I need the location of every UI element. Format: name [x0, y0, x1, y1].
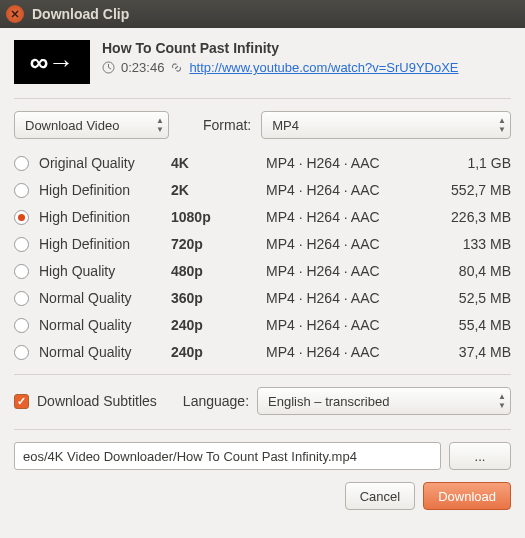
chevron-updown-icon: ▲▼ [498, 116, 506, 134]
radio-icon[interactable] [14, 183, 29, 198]
quality-size: 133 MB [431, 236, 511, 252]
quality-option[interactable]: Original Quality4KMP4 · H264 · AAC1,1 GB [14, 155, 511, 171]
quality-codec: MP4 · H264 · AAC [266, 290, 431, 306]
radio-icon[interactable] [14, 237, 29, 252]
clock-icon [102, 61, 115, 74]
quality-option[interactable]: High Definition720pMP4 · H264 · AAC133 M… [14, 236, 511, 252]
video-header: ∞→ How To Count Past Infinity 0:23:46 ht… [14, 40, 511, 84]
chevron-updown-icon: ▲▼ [156, 116, 164, 134]
quality-option[interactable]: High Definition2KMP4 · H264 · AAC552,7 M… [14, 182, 511, 198]
quality-codec: MP4 · H264 · AAC [266, 263, 431, 279]
radio-icon[interactable] [14, 210, 29, 225]
browse-button[interactable]: ... [449, 442, 511, 470]
video-title: How To Count Past Infinity [102, 40, 459, 56]
quality-resolution: 2K [171, 182, 266, 198]
quality-option[interactable]: High Definition1080pMP4 · H264 · AAC226,… [14, 209, 511, 225]
format-value: MP4 [272, 118, 299, 133]
video-duration: 0:23:46 [121, 60, 164, 75]
quality-size: 80,4 MB [431, 263, 511, 279]
language-label: Language: [183, 393, 249, 409]
save-path-input[interactable] [14, 442, 441, 470]
quality-codec: MP4 · H264 · AAC [266, 317, 431, 333]
quality-resolution: 240p [171, 344, 266, 360]
radio-icon[interactable] [14, 318, 29, 333]
quality-list: Original Quality4KMP4 · H264 · AAC1,1 GB… [14, 155, 511, 360]
quality-codec: MP4 · H264 · AAC [266, 236, 431, 252]
quality-option[interactable]: Normal Quality240pMP4 · H264 · AAC37,4 M… [14, 344, 511, 360]
quality-resolution: 360p [171, 290, 266, 306]
quality-codec: MP4 · H264 · AAC [266, 344, 431, 360]
quality-size: 55,4 MB [431, 317, 511, 333]
quality-size: 552,7 MB [431, 182, 511, 198]
quality-label: Original Quality [39, 155, 171, 171]
radio-icon[interactable] [14, 291, 29, 306]
quality-size: 52,5 MB [431, 290, 511, 306]
quality-label: Normal Quality [39, 344, 171, 360]
window-title: Download Clip [32, 6, 129, 22]
format-select[interactable]: MP4 ▲▼ [261, 111, 511, 139]
format-label: Format: [203, 117, 251, 133]
quality-label: Normal Quality [39, 290, 171, 306]
language-select[interactable]: English – transcribed ▲▼ [257, 387, 511, 415]
quality-size: 37,4 MB [431, 344, 511, 360]
quality-codec: MP4 · H264 · AAC [266, 209, 431, 225]
quality-size: 1,1 GB [431, 155, 511, 171]
quality-resolution: 480p [171, 263, 266, 279]
radio-icon[interactable] [14, 345, 29, 360]
quality-codec: MP4 · H264 · AAC [266, 182, 431, 198]
quality-label: Normal Quality [39, 317, 171, 333]
separator [14, 98, 511, 99]
quality-resolution: 4K [171, 155, 266, 171]
subtitles-label: Download Subtitles [37, 393, 157, 409]
quality-label: High Definition [39, 182, 171, 198]
quality-resolution: 720p [171, 236, 266, 252]
quality-size: 226,3 MB [431, 209, 511, 225]
download-mode-select[interactable]: Download Video ▲▼ [14, 111, 169, 139]
quality-codec: MP4 · H264 · AAC [266, 155, 431, 171]
subtitles-checkbox[interactable]: ✓ [14, 394, 29, 409]
quality-option[interactable]: Normal Quality240pMP4 · H264 · AAC55,4 M… [14, 317, 511, 333]
separator [14, 374, 511, 375]
language-value: English – transcribed [268, 394, 389, 409]
separator [14, 429, 511, 430]
video-thumbnail: ∞→ [14, 40, 90, 84]
quality-label: High Definition [39, 209, 171, 225]
close-icon[interactable] [6, 5, 24, 23]
cancel-button[interactable]: Cancel [345, 482, 415, 510]
download-mode-label: Download Video [25, 118, 119, 133]
radio-icon[interactable] [14, 156, 29, 171]
quality-option[interactable]: Normal Quality360pMP4 · H264 · AAC52,5 M… [14, 290, 511, 306]
quality-resolution: 1080p [171, 209, 266, 225]
quality-label: High Quality [39, 263, 171, 279]
chevron-updown-icon: ▲▼ [498, 392, 506, 410]
video-url[interactable]: http://www.youtube.com/watch?v=SrU9YDoXE [189, 60, 458, 75]
quality-option[interactable]: High Quality480pMP4 · H264 · AAC80,4 MB [14, 263, 511, 279]
quality-resolution: 240p [171, 317, 266, 333]
radio-icon[interactable] [14, 264, 29, 279]
link-icon [170, 61, 183, 74]
download-button[interactable]: Download [423, 482, 511, 510]
quality-label: High Definition [39, 236, 171, 252]
titlebar: Download Clip [0, 0, 525, 28]
